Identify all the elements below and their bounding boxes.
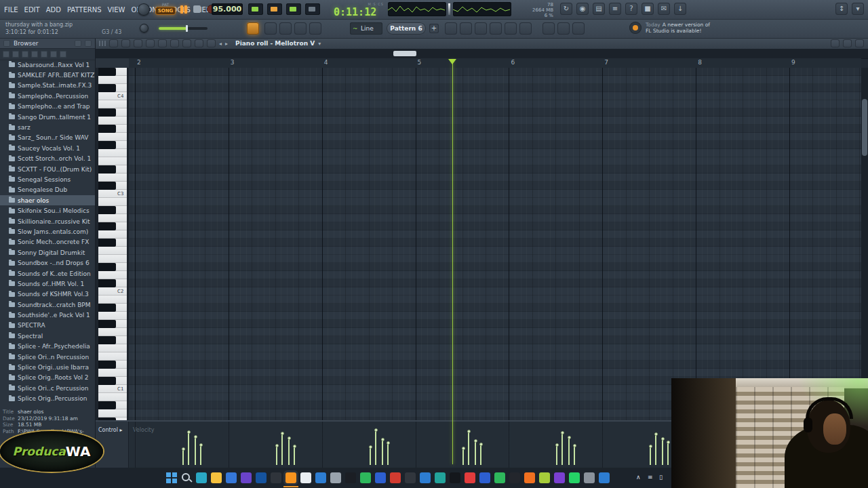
more-icon[interactable]: ▾ xyxy=(852,3,864,15)
pinned-app-icon[interactable] xyxy=(390,472,401,483)
velocity-handle[interactable] xyxy=(194,435,197,439)
velocity-handle[interactable] xyxy=(555,443,559,447)
tray-icon[interactable]: ▯ xyxy=(659,474,663,481)
menu-edit[interactable]: EDIT xyxy=(24,6,40,14)
grid-icon[interactable] xyxy=(445,22,457,35)
velocity-stem[interactable] xyxy=(375,430,376,465)
playlist-icon[interactable]: ≡ xyxy=(609,3,621,15)
pinned-app-icon[interactable] xyxy=(554,472,565,483)
browser-menu-icon[interactable] xyxy=(75,40,81,47)
whatsapp-icon[interactable] xyxy=(569,472,580,483)
browser-item[interactable]: Samplepho..Percussion xyxy=(0,91,95,101)
clipboard-icon[interactable] xyxy=(542,22,555,35)
velocity-handle[interactable] xyxy=(661,437,665,441)
piano-key[interactable] xyxy=(98,174,127,182)
pencil-icon[interactable] xyxy=(279,22,292,35)
horizontal-scrollbar[interactable] xyxy=(95,49,868,59)
collapse-icon[interactable] xyxy=(60,51,66,58)
tray-icon[interactable]: ∧ xyxy=(636,474,641,481)
velocity-stem[interactable] xyxy=(382,440,383,465)
file-explorer-icon[interactable] xyxy=(211,472,222,483)
help-icon[interactable]: ? xyxy=(625,3,637,15)
window-maximize-icon[interactable] xyxy=(843,39,852,47)
piano-key[interactable] xyxy=(98,409,127,418)
velocity-stem[interactable] xyxy=(561,433,563,465)
tempo-display[interactable]: 95.000 xyxy=(212,3,243,15)
velocity-handle[interactable] xyxy=(474,439,477,443)
browser-item[interactable]: Splice Orig..Roots Vol 2 xyxy=(0,373,95,383)
browser-item[interactable]: Sample.Stat..imate.FX.3 xyxy=(0,81,95,91)
playback-icon[interactable] xyxy=(207,39,216,47)
piano-key[interactable] xyxy=(98,401,127,409)
mute-icon[interactable] xyxy=(158,39,167,47)
pinned-app-icon[interactable] xyxy=(375,472,386,483)
piano-key[interactable] xyxy=(98,320,127,328)
piano-roll-titlebar[interactable]: ◂ ▸ Piano roll - Mellotron V ▾ xyxy=(95,38,868,49)
pattern-selector[interactable]: Pattern 6 xyxy=(387,22,426,35)
browser-item[interactable]: Skillionaire..rcussive Kit xyxy=(0,216,95,226)
expand-icon[interactable]: ↕ xyxy=(835,3,848,15)
piano-key[interactable] xyxy=(98,369,127,377)
fl-studio-icon[interactable] xyxy=(285,472,296,483)
redo-icon[interactable] xyxy=(572,22,585,35)
piano-key[interactable] xyxy=(98,230,127,239)
velocity-handle[interactable] xyxy=(374,428,378,432)
velocity-stem[interactable] xyxy=(468,432,469,465)
sync-icon[interactable]: ↻ xyxy=(560,3,572,15)
velocity-stem[interactable] xyxy=(475,441,476,465)
piano-keyboard[interactable]: C4C3C2C1 xyxy=(95,68,129,420)
stop-button[interactable] xyxy=(193,5,201,13)
add-icon[interactable] xyxy=(3,51,9,58)
pinned-app-icon[interactable] xyxy=(360,472,371,483)
velocity-handle[interactable] xyxy=(561,431,564,434)
browser-item[interactable]: Senegalese Dub xyxy=(0,185,95,195)
browser-item[interactable]: Southside'..e Pack Vol 1 xyxy=(0,310,95,320)
velocity-handle[interactable] xyxy=(281,432,284,435)
piano-key[interactable] xyxy=(98,255,127,263)
browser-item[interactable]: Sabarsound..Raxx Vol 1 xyxy=(0,60,95,70)
pinned-app-icon[interactable] xyxy=(405,472,416,483)
pinned-app-icon[interactable] xyxy=(196,472,207,483)
piano-key[interactable] xyxy=(98,263,127,271)
piano-key[interactable] xyxy=(98,76,127,84)
stamp-icon[interactable] xyxy=(460,22,472,35)
pinned-app-icon[interactable] xyxy=(539,472,550,483)
velocity-stem[interactable] xyxy=(182,449,184,465)
velocity-handle[interactable] xyxy=(369,445,372,449)
pinned-app-icon[interactable] xyxy=(584,472,595,483)
window-grip[interactable] xyxy=(99,41,106,46)
piano-key[interactable] xyxy=(98,214,127,222)
quantize-icon[interactable] xyxy=(475,22,487,35)
file-icon[interactable] xyxy=(12,51,19,58)
timeline[interactable]: 23456789 xyxy=(129,58,861,68)
step-edit-icon[interactable] xyxy=(264,22,277,35)
piano-key[interactable] xyxy=(98,182,127,190)
velocity-stem[interactable] xyxy=(188,432,189,465)
main-volume-slider[interactable] xyxy=(159,27,208,30)
browser-item[interactable]: Splice Origi..usie Ibarra xyxy=(0,362,95,372)
piano-key[interactable] xyxy=(98,393,127,401)
main-volume-knob[interactable] xyxy=(138,3,150,16)
velocity-handle[interactable] xyxy=(568,436,571,439)
browser-item[interactable]: Saucey Vocals Vol. 1 xyxy=(0,143,95,153)
window-close-icon[interactable] xyxy=(855,39,864,47)
velocity-handle[interactable] xyxy=(479,443,483,446)
velocity-stem[interactable] xyxy=(480,445,481,465)
velocity-stem[interactable] xyxy=(276,446,277,465)
monitor-icon[interactable]: ■ xyxy=(642,3,654,15)
browser-item[interactable]: shaer olos xyxy=(0,195,95,205)
pat-song-switch[interactable]: PAT SONG xyxy=(155,2,176,15)
browser-item[interactable]: Sounds of..HMR Vol. 1 xyxy=(0,279,95,289)
browser-item[interactable]: Samplepho...e and Trap xyxy=(0,102,95,112)
piano-key[interactable] xyxy=(98,361,127,369)
browser-item[interactable]: Splice Orig..Percussion xyxy=(0,394,95,404)
menu-add[interactable]: ADD xyxy=(46,6,61,14)
chevron-down-icon[interactable]: ▾ xyxy=(318,41,321,47)
mixer-icon[interactable]: ▤ xyxy=(593,3,605,15)
velocity-handle[interactable] xyxy=(275,444,279,447)
piano-key[interactable] xyxy=(98,336,127,344)
browser-item[interactable]: SPECTRA xyxy=(0,321,95,331)
browser-list[interactable]: Sabarsound..Raxx Vol 1SAMKLEF AFR..BEAT … xyxy=(0,60,95,404)
browser-item[interactable]: Scott Storch..orch Vol. 1 xyxy=(0,154,95,164)
velocity-stem[interactable] xyxy=(650,447,651,465)
